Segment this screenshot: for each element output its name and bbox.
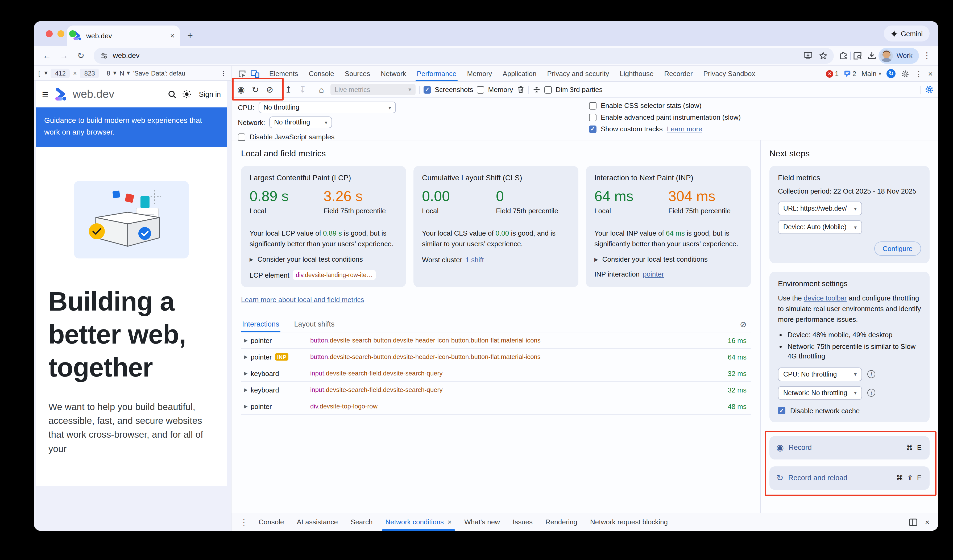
drawer-tab-network-request-blocking[interactable]: Network request blocking — [584, 513, 674, 531]
paint-instrumentation-checkbox[interactable] — [589, 113, 596, 121]
lcp-local-conditions-expander[interactable]: ▶Consider your local test conditions — [250, 255, 397, 263]
tab-elements[interactable]: Elements — [264, 66, 303, 81]
maximize-window-button[interactable] — [69, 30, 76, 37]
install-icon[interactable] — [804, 52, 813, 60]
configure-button[interactable]: Configure — [874, 241, 921, 256]
tab-memory[interactable]: Memory — [462, 66, 497, 81]
tab-console[interactable]: Console — [303, 66, 339, 81]
record-and-reload-button[interactable]: ↻ Record and reload ⌘ ⇧ E — [770, 466, 930, 490]
capture-settings-gear-icon[interactable] — [925, 85, 934, 94]
promo-banner[interactable]: Guidance to build modern web experiences… — [36, 107, 227, 147]
hamburger-menu-icon[interactable]: ≡ — [42, 88, 48, 100]
collapse-flame-icon[interactable] — [532, 86, 541, 94]
device-toolbar-link[interactable]: device toolbar — [804, 294, 847, 302]
gemini-button[interactable]: Gemini — [884, 26, 930, 42]
interaction-row-inp[interactable]: ▶ pointerINP button.devsite-search-butto… — [241, 349, 751, 365]
cpu-throttling-select[interactable]: No throttling▾ — [259, 102, 396, 113]
interaction-row[interactable]: ▶ keyboard input.devsite-search-field.de… — [241, 382, 751, 398]
save-profile-icon[interactable]: ↧ — [298, 85, 308, 95]
network-info-icon[interactable]: i — [867, 389, 875, 397]
devtools-settings-gear-icon[interactable] — [901, 70, 910, 78]
env-cpu-select[interactable]: CPU: No throttling▾ — [778, 368, 862, 381]
tab-lighthouse[interactable]: Lighthouse — [614, 66, 659, 81]
profile-button[interactable]: Work — [878, 48, 919, 63]
viewport-width-input[interactable]: 412 — [51, 68, 70, 78]
learn-more-metrics-link[interactable]: Learn more about local and field metrics — [241, 296, 364, 304]
field-url-select[interactable]: URL: https://web.dev/▾ — [778, 201, 862, 215]
reload-button[interactable]: ↻ — [73, 51, 88, 60]
row-expander-icon[interactable]: ▶ — [241, 371, 251, 376]
tab-sources[interactable]: Sources — [340, 66, 376, 81]
theme-toggle-sun-icon[interactable] — [182, 89, 191, 99]
split-panel-icon[interactable] — [909, 518, 917, 526]
devtools-close-icon[interactable]: × — [928, 69, 933, 78]
context-select[interactable]: Main▾ — [861, 70, 881, 77]
disable-js-samples-checkbox[interactable] — [238, 133, 245, 141]
drawer-tab-ai-assistance[interactable]: AI assistance — [290, 513, 344, 531]
env-network-select[interactable]: Network: No throttling▾ — [778, 386, 862, 400]
row-expander-icon[interactable]: ▶ — [241, 338, 251, 343]
load-profile-icon[interactable]: ↥ — [283, 85, 294, 95]
issues-count-badge[interactable]: 2 — [844, 70, 856, 77]
inp-interaction-link[interactable]: pointer — [643, 270, 664, 278]
drawer-tab-search[interactable]: Search — [344, 513, 379, 531]
sync-promo-icon[interactable]: ↻ — [886, 69, 896, 78]
error-count-badge[interactable]: × 1 — [826, 70, 838, 77]
inspect-element-icon[interactable] — [238, 70, 246, 78]
network-throttling-select[interactable]: No throttling▾ — [270, 116, 332, 128]
row-expander-icon[interactable]: ▶ — [241, 404, 251, 409]
bookmark-star-icon[interactable] — [819, 51, 827, 60]
drawer-tab-whats-new[interactable]: What's new — [458, 513, 506, 531]
tab-recorder[interactable]: Recorder — [659, 66, 698, 81]
close-drawer-icon[interactable]: × — [925, 517, 930, 526]
downloads-icon[interactable] — [867, 51, 876, 60]
minimize-window-button[interactable] — [57, 30, 64, 37]
garbage-collect-icon[interactable] — [517, 86, 525, 94]
back-button[interactable]: ← — [39, 51, 54, 60]
browser-menu-kebab-icon[interactable]: ⋮ — [921, 51, 933, 60]
memory-checkbox[interactable] — [477, 86, 484, 93]
devtools-menu-kebab-icon[interactable]: ⋮ — [915, 69, 923, 79]
address-bar[interactable]: web.dev — [94, 48, 834, 63]
search-tabs-icon[interactable] — [853, 51, 863, 60]
forward-button[interactable]: → — [56, 51, 71, 60]
drawer-menu-kebab-icon[interactable]: ⋮ — [236, 517, 252, 527]
custom-tracks-learn-more-link[interactable]: Learn more — [667, 125, 702, 133]
sign-in-link[interactable]: Sign in — [199, 90, 221, 98]
interaction-row[interactable]: ▶ pointer button.devsite-search-button.d… — [241, 333, 751, 349]
record-button[interactable]: ◉ Record ⌘ E — [770, 436, 930, 459]
zoom-select[interactable]: 8 ▾ — [107, 69, 116, 77]
throttle-select[interactable]: N ▾ — [120, 69, 130, 77]
cpu-info-icon[interactable]: i — [867, 370, 875, 378]
close-window-button[interactable] — [46, 30, 53, 37]
custom-tracks-checkbox[interactable]: ✓ — [589, 125, 596, 133]
drawer-tab-console[interactable]: Console — [252, 513, 290, 531]
layout-shifts-tab[interactable]: Layout shifts — [293, 316, 336, 332]
tab-privacy-security[interactable]: Privacy and security — [542, 66, 615, 81]
clear-icon[interactable]: ⊘ — [264, 85, 275, 95]
new-tab-button[interactable]: + — [187, 30, 193, 42]
drawer-tab-network-conditions[interactable]: Network conditions× — [379, 513, 458, 531]
disable-network-cache-checkbox[interactable]: ✓ — [778, 407, 785, 415]
record-and-reload-icon[interactable]: ↻ — [250, 85, 261, 95]
dim-3rd-parties-checkbox[interactable] — [544, 86, 552, 93]
worst-cluster-link[interactable]: 1 shift — [465, 256, 484, 264]
extensions-puzzle-icon[interactable] — [839, 51, 848, 60]
tab-privacy-sandbox[interactable]: Privacy Sandbox — [698, 66, 761, 81]
drawer-tab-issues[interactable]: Issues — [506, 513, 539, 531]
search-icon[interactable] — [168, 90, 176, 99]
tab-network[interactable]: Network — [376, 66, 411, 81]
css-selector-stats-checkbox[interactable] — [589, 102, 596, 109]
row-expander-icon[interactable]: ▶ — [241, 354, 251, 359]
tab-performance[interactable]: Performance — [411, 66, 462, 81]
record-icon[interactable]: ◉ — [236, 85, 246, 95]
lcp-element-link[interactable]: div.devsite-landing-row-ite… — [293, 270, 376, 280]
tab-application[interactable]: Application — [497, 66, 542, 81]
site-settings-tune-icon[interactable] — [100, 52, 108, 60]
viewport-height-input[interactable]: 823 — [80, 68, 99, 78]
interactions-tab[interactable]: Interactions — [241, 316, 281, 332]
tab-close-icon[interactable]: × — [170, 31, 175, 40]
field-device-select[interactable]: Device: Auto (Mobile)▾ — [778, 220, 862, 234]
close-drawer-tab-icon[interactable]: × — [447, 518, 452, 526]
clear-log-icon[interactable]: ⊘ — [740, 319, 751, 329]
